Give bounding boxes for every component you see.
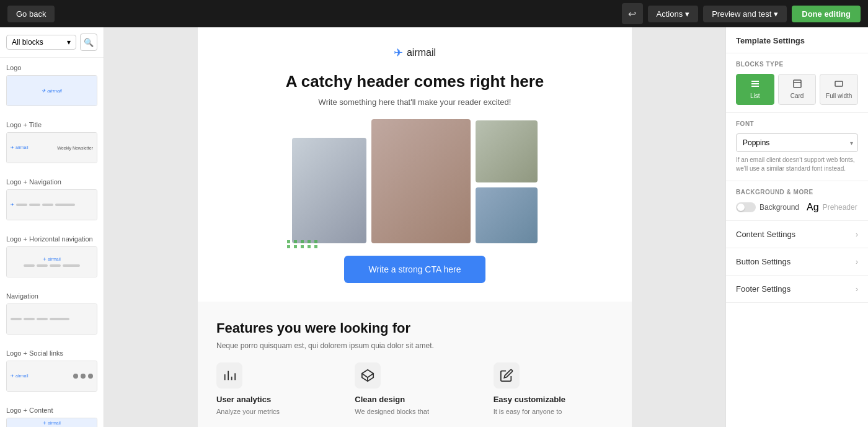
cta-button[interactable]: Write a strong CTA here [344, 256, 486, 283]
social-circle-2 [81, 374, 86, 379]
block-type-fullwidth-button[interactable]: Full width [820, 74, 858, 105]
thumb-logo-small: ✈ [11, 202, 14, 207]
block-thumb-logo-social[interactable]: ✈ airmail [6, 361, 97, 392]
block-group-logo-label: Logo [6, 64, 97, 71]
card-icon [793, 79, 802, 90]
feature-title-customizable: Easy customizable [494, 395, 613, 404]
block-group-logo-social-label: Logo + Social links [6, 349, 97, 357]
preview-label: Preview and test [712, 9, 771, 19]
svg-rect-11 [835, 81, 843, 86]
features-section: Features you were looking for Neque porr… [198, 302, 632, 427]
airmail-logo-icon: ✈ [394, 46, 403, 60]
social-circle-1 [73, 374, 78, 379]
hero-images-right [476, 120, 538, 243]
social-circle-3 [88, 374, 93, 379]
background-toggle[interactable] [736, 202, 756, 212]
dot [301, 245, 304, 248]
horiz-nav-row [24, 264, 80, 267]
right-sidebar: Template Settings BLOCKS TYPE List [725, 27, 868, 427]
undo-button[interactable]: ↩ [622, 3, 643, 24]
block-thumb-logo-horiz-nav[interactable]: ✈ airmail [6, 246, 97, 277]
nav-dot-1 [16, 204, 27, 206]
footer-settings-label: Footer Settings [736, 284, 790, 294]
logo-title-thumbnail: ✈ airmail Weekly Newsletter [7, 133, 97, 163]
fullwidth-btn-label: Full width [826, 92, 852, 99]
dot [301, 240, 304, 243]
edit-icon [500, 369, 513, 382]
undo-icon: ↩ [628, 8, 636, 20]
card-btn-label: Card [790, 92, 804, 99]
thumb-logo-horiz: ✈ airmail [43, 257, 61, 262]
block-group-nav: Navigation [0, 286, 104, 343]
fullwidth-icon [835, 79, 843, 90]
hero-subtitle: Write something here that'll make your r… [210, 97, 619, 107]
main-layout: All blocks ▾ 🔍 Logo ✈ airmail Logo + Tit… [0, 27, 868, 427]
content-settings-section[interactable]: Content Settings › [726, 221, 868, 248]
content-settings-label: Content Settings [736, 230, 795, 239]
thumb-social-logo: ✈ airmail [11, 374, 29, 379]
block-thumb-logo-nav[interactable]: ✈ [6, 189, 97, 220]
actions-button[interactable]: Actions ▾ [648, 6, 699, 22]
actions-label: Actions [657, 9, 683, 19]
search-icon-button[interactable]: 🔍 [80, 34, 97, 51]
preview-button[interactable]: Preview and test ▾ [703, 6, 787, 22]
svg-rect-9 [794, 80, 801, 88]
background-tab-label[interactable]: Background [760, 203, 799, 212]
horiz-dot-4 [63, 264, 80, 267]
block-group-nav-label: Navigation [6, 292, 97, 300]
features-subtitle: Neque porro quisquam est, qui dolorem ip… [216, 341, 613, 350]
logo-social-thumbnail: ✈ airmail [7, 361, 97, 391]
block-group-logo-nav: Logo + Navigation ✈ [0, 172, 104, 229]
svg-rect-8 [751, 86, 759, 87]
cta-wrapper: Write a strong CTA here [210, 256, 619, 289]
feature-item-analytics: User analytics Analyze your metrics [216, 362, 336, 417]
block-group-logo-title: Logo + Title ✈ airmail Weekly Newsletter [0, 115, 104, 172]
topbar-right: ↩ Actions ▾ Preview and test ▾ Done edit… [622, 3, 861, 24]
block-thumb-logo[interactable]: ✈ airmail [6, 75, 97, 106]
footer-settings-section[interactable]: Footer Settings › [726, 276, 868, 303]
background-section: BACKGROUND & MORE Background Ag Preheade… [726, 181, 868, 221]
blocks-type-row: List Card [736, 74, 858, 105]
dot [308, 240, 311, 243]
font-select-wrapper: Poppins Roboto Open Sans Lato Montserrat… [736, 133, 858, 152]
block-type-card-button[interactable]: Card [778, 74, 817, 105]
blocks-type-section: BLOCKS TYPE List [726, 53, 868, 113]
blocks-filter-dropdown[interactable]: All blocks ▾ [6, 35, 76, 50]
font-select[interactable]: Poppins Roboto Open Sans Lato Montserrat [736, 133, 858, 152]
dropdown-chevron-icon: ▾ [67, 38, 71, 47]
block-group-logo-content-label: Logo + Content [6, 407, 97, 414]
horiz-dot-1 [24, 264, 35, 267]
preview-chevron-icon: ▾ [774, 9, 778, 19]
block-thumb-logo-content[interactable]: ✈ airmail Get Ready Fast For Fall Leaf V… [6, 418, 97, 427]
font-note: If an email client doesn't support web f… [736, 156, 858, 173]
feature-icon-design [355, 362, 381, 389]
feature-icon-customizable [494, 362, 520, 389]
svg-rect-7 [751, 83, 759, 84]
block-group-logo: Logo ✈ airmail [0, 58, 104, 115]
block-group-logo-title-label: Logo + Title [6, 121, 97, 128]
feature-item-customizable: Easy customizable It is easy for anyone … [494, 362, 613, 417]
filter-label: All blocks [12, 38, 43, 47]
block-type-list-button[interactable]: List [736, 74, 774, 105]
button-settings-section[interactable]: Button Settings › [726, 248, 868, 276]
preheader-tab-label[interactable]: Preheader [823, 203, 857, 212]
hero-image-right-top [476, 120, 538, 182]
nav-only-dot-3 [37, 318, 48, 320]
block-thumb-nav[interactable] [6, 303, 97, 335]
nav-only-dot-4 [50, 318, 69, 320]
topbar: Go back ↩ Actions ▾ Preview and test ▾ D… [0, 0, 868, 27]
ag-label: Ag [807, 202, 819, 213]
horiz-dot-2 [37, 264, 48, 267]
go-back-button[interactable]: Go back [7, 6, 55, 22]
logo-content-thumbnail: ✈ airmail Get Ready Fast For Fall Leaf V… [7, 418, 97, 427]
canvas-area: ✈ airmail A catchy header comes right he… [104, 27, 725, 427]
dot-grid-decoration [287, 240, 319, 248]
hero-image-right-bottom [476, 187, 538, 243]
feature-title-analytics: User analytics [216, 395, 336, 404]
feature-desc-design: We designed blocks that [355, 407, 474, 417]
block-thumb-logo-title[interactable]: ✈ airmail Weekly Newsletter [6, 132, 97, 163]
done-editing-button[interactable]: Done editing [792, 6, 861, 22]
hero-images-grid [210, 119, 619, 243]
list-svg-icon [751, 79, 760, 88]
background-label: BACKGROUND & MORE [736, 189, 858, 196]
